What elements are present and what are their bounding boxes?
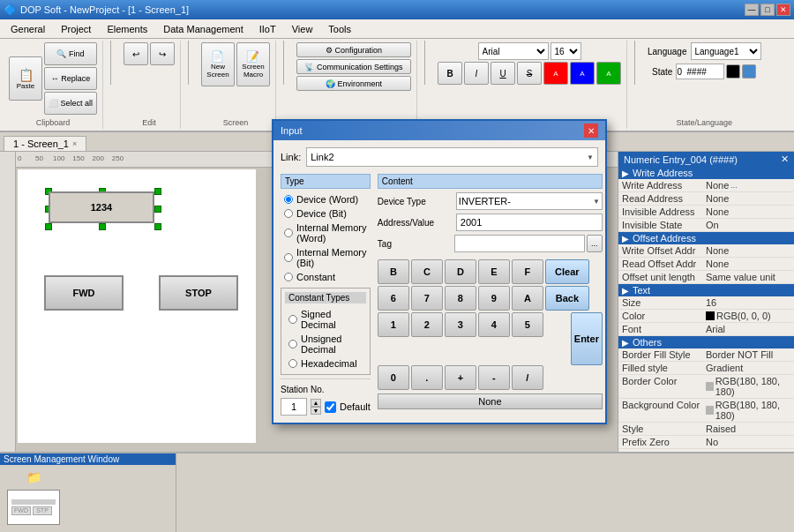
kp-7[interactable]: 7 <box>411 286 443 311</box>
screen-tool-row: 📄NewScreen 📝ScreenMacro <box>201 42 270 86</box>
kp-f[interactable]: F <box>512 259 543 284</box>
thumb-content: FWD STP <box>11 499 56 515</box>
underline-button[interactable]: U <box>491 62 515 85</box>
station-up-button[interactable]: ▲ <box>311 399 321 407</box>
radio-unsigned-input[interactable] <box>288 340 297 348</box>
language-select[interactable]: Language1 <box>691 42 761 60</box>
kp-5[interactable]: 5 <box>512 312 543 337</box>
strikethrough-button[interactable]: S <box>517 62 542 85</box>
prop-write-address: Write Address None ... <box>618 179 794 192</box>
numeric-widget[interactable]: 1234 <box>49 191 154 223</box>
radio-constant-input[interactable] <box>284 273 293 281</box>
kp-clear[interactable]: Clear <box>545 259 589 284</box>
screen-macro-button[interactable]: 📝ScreenMacro <box>236 42 270 86</box>
state-color-2[interactable] <box>742 64 756 79</box>
station-input[interactable] <box>281 398 307 416</box>
font-size-select[interactable]: 16 <box>551 42 581 60</box>
radio-hex-input[interactable] <box>288 359 297 368</box>
radio-internal-bit-input[interactable] <box>284 253 293 262</box>
app-icon: 🔷 <box>4 4 17 16</box>
configuration-button[interactable]: ⚙ Configuration <box>296 42 411 57</box>
state-row: State <box>652 64 756 79</box>
kp-3[interactable]: 3 <box>445 312 476 337</box>
panel-rows: ▶ Write Address Write Address None ... R… <box>618 167 794 452</box>
kp-0[interactable]: 0 <box>378 365 409 390</box>
kp-enter[interactable]: Enter <box>571 312 603 365</box>
radio-device-bit-input[interactable] <box>284 209 293 218</box>
paste-button[interactable]: 📋 Paste <box>9 56 42 101</box>
handle-bl[interactable] <box>45 223 52 230</box>
kp-a[interactable]: A <box>512 286 543 311</box>
redo-button[interactable]: ↪ <box>150 42 175 65</box>
new-screen-button[interactable]: 📄NewScreen <box>201 42 235 86</box>
write-address-btn[interactable]: ... <box>730 181 738 190</box>
kp-b[interactable]: B <box>378 259 409 284</box>
title-bar-controls: — □ ✕ <box>745 4 790 16</box>
environment-button[interactable]: 🌍 Environment <box>296 76 411 91</box>
kp-4[interactable]: 4 <box>478 312 510 337</box>
kp-8[interactable]: 8 <box>445 286 476 311</box>
link-select[interactable]: Link2 ▼ <box>306 147 598 167</box>
kp-2[interactable]: 2 <box>411 312 443 337</box>
screen-thumb-1[interactable]: FWD STP <box>7 490 60 525</box>
radio-device-word-input[interactable] <box>284 195 293 204</box>
select-all-button[interactable]: ⬜ Select all <box>44 92 97 115</box>
font-family-select[interactable]: Arial <box>478 42 549 60</box>
maximize-button[interactable]: □ <box>760 4 775 16</box>
kp-1[interactable]: 1 <box>378 312 409 337</box>
dialog-close-button[interactable]: ✕ <box>584 124 598 138</box>
menu-view[interactable]: View <box>285 22 320 36</box>
kp-9[interactable]: 9 <box>478 286 510 311</box>
kp-6[interactable]: 6 <box>378 286 409 311</box>
color-button-2[interactable]: A <box>570 62 595 85</box>
state-color-1[interactable] <box>726 64 740 79</box>
handle-bm[interactable] <box>99 223 106 230</box>
properties-close-icon[interactable]: ✕ <box>781 154 789 165</box>
menu-general[interactable]: General <box>4 22 52 36</box>
state-input[interactable] <box>676 64 724 79</box>
minimize-button[interactable]: — <box>745 4 759 16</box>
kp-back[interactable]: Back <box>545 286 589 311</box>
menu-elements[interactable]: Elements <box>100 22 154 36</box>
stop-widget[interactable]: STOP <box>159 275 238 311</box>
tag-browse-button[interactable]: ... <box>587 235 603 252</box>
kp-e[interactable]: E <box>478 259 510 284</box>
color-button-3[interactable]: A <box>596 62 621 85</box>
handle-mr[interactable] <box>154 206 161 213</box>
handle-br[interactable] <box>154 223 161 230</box>
radio-internal-word-input[interactable] <box>284 229 293 237</box>
kp-none-button[interactable]: None <box>378 393 603 409</box>
radio-signed-input[interactable] <box>288 315 297 324</box>
prop-detail[interactable]: Detail... Detail... <box>618 449 794 452</box>
tag-input[interactable] <box>454 235 585 252</box>
kp-dot[interactable]: . <box>411 365 443 390</box>
fwd-widget[interactable]: FWD <box>44 275 124 311</box>
station-down-button[interactable]: ▼ <box>311 407 321 415</box>
menu-tools[interactable]: Tools <box>321 22 358 36</box>
italic-button[interactable]: I <box>464 62 489 85</box>
undo-button[interactable]: ↩ <box>124 42 148 65</box>
find-button[interactable]: 🔍 Find <box>44 42 97 65</box>
address-input[interactable]: 2001 <box>456 214 603 231</box>
tab-close-button[interactable]: × <box>72 139 77 148</box>
keypad: B C D E F Clear 6 7 8 9 A Back <box>378 259 603 409</box>
kp-plus[interactable]: + <box>445 365 476 390</box>
keypad-row-2: 6 7 8 9 A Back <box>378 286 603 311</box>
comm-settings-button[interactable]: 📡 Communication Settings <box>296 59 411 74</box>
color-button-1[interactable]: A <box>543 62 568 85</box>
device-type-select[interactable]: INVERTER- ▼ <box>456 192 603 210</box>
kp-slash[interactable]: / <box>512 365 543 390</box>
default-checkbox[interactable] <box>325 401 336 413</box>
handle-tr[interactable] <box>154 188 161 195</box>
menu-data-management[interactable]: Data Management <box>156 22 251 36</box>
radio-device-bit: Device (Bit) <box>281 206 371 221</box>
menu-project[interactable]: Project <box>54 22 98 36</box>
kp-c[interactable]: C <box>411 259 443 284</box>
bold-button[interactable]: B <box>438 62 462 85</box>
kp-d[interactable]: D <box>445 259 476 284</box>
tab-screen1[interactable]: 1 - Screen_1 × <box>4 136 86 151</box>
menu-iiot[interactable]: IIoT <box>252 22 283 36</box>
replace-button[interactable]: ↔ Replace <box>44 67 97 90</box>
kp-minus[interactable]: - <box>478 365 510 390</box>
close-button[interactable]: ✕ <box>776 4 790 16</box>
